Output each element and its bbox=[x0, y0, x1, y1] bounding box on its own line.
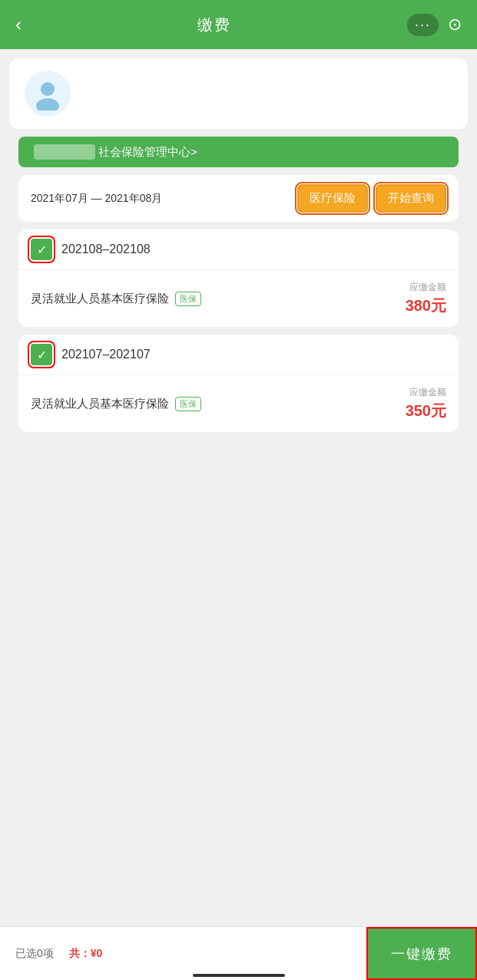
payment-card-2-body: 灵活就业人员基本医疗保险 医保 应缴金额 350元 bbox=[18, 375, 459, 432]
payment-card-2: ✓ 202107–202107 灵活就业人员基本医疗保险 医保 应缴金额 350… bbox=[18, 335, 459, 432]
page-title: 缴费 bbox=[197, 15, 231, 35]
bottom-bar: 已选0项 共：¥0 一键缴费 bbox=[0, 926, 477, 980]
amount-section-1: 应缴金额 380元 bbox=[406, 281, 446, 316]
insurance-name-1: 灵活就业人员基本医疗保险 bbox=[31, 292, 169, 306]
period-2: 202107–202107 bbox=[61, 348, 151, 361]
payment-card-1: ✓ 202108–202108 灵活就业人员基本医疗保险 医保 应缴金额 380… bbox=[18, 229, 459, 327]
checkbox-2[interactable]: ✓ bbox=[31, 344, 52, 365]
amount-value-1: 380元 bbox=[406, 295, 446, 316]
profile-section bbox=[9, 58, 468, 129]
svg-point-1 bbox=[36, 98, 59, 111]
insurance-tag-1: 医保 bbox=[175, 292, 201, 306]
payment-card-1-header: ✓ 202108–202108 bbox=[18, 229, 459, 270]
nav-actions: ··· ⊙ bbox=[407, 14, 462, 36]
amount-label-2: 应缴金额 bbox=[406, 386, 446, 399]
total-label: 共： bbox=[69, 947, 91, 959]
insurance-type-button[interactable]: 医疗保险 bbox=[297, 184, 368, 213]
date-sep: — bbox=[91, 192, 105, 204]
amount-section-2: 应缴金额 350元 bbox=[406, 386, 446, 421]
back-button[interactable]: ‹ bbox=[15, 14, 22, 35]
main-content: 社会保险管理中心> 2021年07月 — 2021年08月 医疗保险 开始查询 … bbox=[0, 49, 477, 510]
home-indicator bbox=[193, 974, 285, 977]
check-icon-2: ✓ bbox=[37, 348, 47, 362]
amount-value-2: 350元 bbox=[406, 401, 446, 421]
top-nav: ‹ 缴费 ··· ⊙ bbox=[0, 0, 477, 49]
total-amount: 共：¥0 bbox=[69, 947, 103, 961]
query-button[interactable]: 开始查询 bbox=[376, 184, 446, 213]
pay-button[interactable]: 一键缴费 bbox=[366, 927, 477, 980]
insurance-tag-2: 医保 bbox=[175, 397, 201, 411]
amount-label-1: 应缴金额 bbox=[406, 281, 446, 294]
avatar bbox=[25, 71, 71, 117]
green-banner[interactable]: 社会保险管理中心> bbox=[18, 137, 459, 167]
scan-button[interactable]: ⊙ bbox=[448, 15, 462, 35]
more-options-button[interactable]: ··· bbox=[407, 14, 439, 36]
svg-point-0 bbox=[41, 82, 55, 96]
payment-card-1-body: 灵活就业人员基本医疗保险 医保 应缴金额 380元 bbox=[18, 270, 459, 327]
date-end: 2021年08月 bbox=[105, 192, 163, 204]
banner-blurred bbox=[34, 144, 95, 160]
insurance-name-2: 灵活就业人员基本医疗保险 bbox=[31, 397, 169, 411]
banner-text: 社会保险管理中心> bbox=[98, 145, 197, 160]
period-1: 202108–202108 bbox=[61, 243, 151, 256]
filter-bar: 2021年07月 — 2021年08月 医疗保险 开始查询 bbox=[18, 175, 459, 222]
insurance-info-1: 灵活就业人员基本医疗保险 医保 bbox=[31, 292, 201, 306]
check-icon-1: ✓ bbox=[37, 243, 47, 257]
selected-count: 已选0项 bbox=[15, 947, 54, 961]
bottom-left: 已选0项 共：¥0 bbox=[0, 947, 366, 961]
payment-card-2-header: ✓ 202107–202107 bbox=[18, 335, 459, 375]
insurance-info-2: 灵活就业人员基本医疗保险 医保 bbox=[31, 397, 201, 411]
date-range: 2021年07月 — 2021年08月 bbox=[31, 192, 290, 206]
total-value: ¥0 bbox=[91, 947, 103, 959]
checkbox-1[interactable]: ✓ bbox=[31, 239, 52, 260]
date-start: 2021年07月 bbox=[31, 192, 88, 204]
